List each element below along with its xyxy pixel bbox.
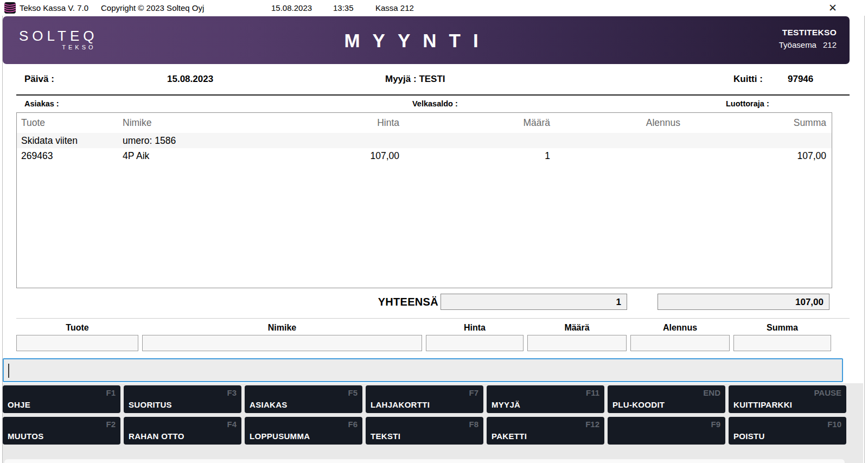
button-label: MUUTOS bbox=[8, 432, 44, 441]
button-key: F6 bbox=[348, 420, 358, 429]
store-name: TESTITEKSO bbox=[779, 28, 837, 37]
button-key: F5 bbox=[348, 388, 358, 397]
poistu-button[interactable]: POISTU F10 bbox=[729, 417, 846, 445]
receipt-number: 97946 bbox=[788, 74, 813, 85]
button-key: F11 bbox=[586, 388, 599, 397]
suoritus-button[interactable]: SUORITUS F3 bbox=[124, 385, 241, 413]
workstation-info: Työasema212 bbox=[779, 40, 837, 49]
cell-maara: 1 bbox=[405, 150, 556, 162]
close-icon[interactable]: ✕ bbox=[824, 1, 842, 15]
button-label: PAKETTI bbox=[492, 432, 527, 441]
empty-f9-button[interactable]: F9 bbox=[608, 417, 725, 445]
col-header-summa: Summa bbox=[686, 117, 832, 129]
button-key: PAUSE bbox=[814, 388, 841, 397]
entry-label-tuote: Tuote bbox=[16, 323, 138, 333]
customer-label: Asiakas : bbox=[24, 99, 59, 108]
teksti-button[interactable]: TEKSTI F8 bbox=[366, 417, 483, 445]
date-value: 15.08.2023 bbox=[167, 74, 213, 85]
lahjakortti-button[interactable]: LAHJAKORTTI F7 bbox=[366, 385, 483, 413]
entry-label-summa: Summa bbox=[733, 323, 831, 333]
seller-info: Myyjä : TESTI bbox=[385, 74, 445, 85]
summa-input[interactable] bbox=[733, 335, 831, 351]
title-bar: Tekso Kassa V. 7.0 Copyright © 2023 Solt… bbox=[0, 0, 868, 16]
workstation-value: 212 bbox=[823, 40, 837, 49]
store-info: TESTITEKSO Työasema212 bbox=[779, 28, 837, 49]
text-cursor bbox=[8, 364, 9, 378]
button-key: F10 bbox=[827, 420, 841, 429]
total-quantity-box: 1 bbox=[441, 294, 627, 310]
plu-koodit-button[interactable]: PLU-KOODIT END bbox=[608, 385, 725, 413]
page-title: MYYNTI bbox=[0, 30, 838, 52]
cell-summa: 107,00 bbox=[686, 150, 832, 162]
rahan-otto-button[interactable]: RAHAN OTTO F4 bbox=[124, 417, 241, 445]
titlebar-register: Kassa 212 bbox=[375, 3, 414, 12]
app-icon bbox=[4, 2, 16, 14]
total-sum-box: 107,00 bbox=[658, 294, 829, 310]
cell-nimike: umero: 1586 bbox=[118, 135, 302, 147]
tuote-input[interactable] bbox=[16, 335, 138, 351]
button-key: F3 bbox=[227, 388, 237, 397]
command-input[interactable] bbox=[3, 358, 843, 382]
entry-label-maara: Määrä bbox=[527, 323, 627, 333]
button-label: MYYJÄ bbox=[492, 400, 520, 409]
button-key: F12 bbox=[585, 420, 599, 429]
button-key: F8 bbox=[469, 420, 478, 429]
divider bbox=[16, 318, 850, 319]
table-header-row: Tuote Nimike Hinta Määrä Alennus Summa bbox=[17, 113, 832, 133]
table-row: 269463 4P Aik 107,00 1 107,00 bbox=[17, 148, 832, 163]
debt-balance-label: Velkasaldo : bbox=[412, 99, 458, 108]
bottom-partial-bar bbox=[4, 459, 845, 463]
titlebar-date: 15.08.2023 bbox=[271, 3, 312, 12]
divider bbox=[16, 94, 850, 96]
entry-label-nimike: Nimike bbox=[142, 323, 422, 333]
button-label: LAHJAKORTTI bbox=[371, 400, 430, 409]
asiakas-button[interactable]: ASIAKAS F5 bbox=[245, 385, 362, 413]
maara-input[interactable] bbox=[527, 335, 627, 351]
titlebar-time: 13:35 bbox=[333, 3, 354, 12]
button-key: F2 bbox=[106, 420, 116, 429]
receipt-label: Kuitti : bbox=[733, 74, 763, 85]
col-header-tuote: Tuote bbox=[17, 117, 118, 129]
items-table: Tuote Nimike Hinta Määrä Alennus Summa S… bbox=[16, 112, 832, 288]
cell-hinta: 107,00 bbox=[302, 150, 405, 162]
col-header-nimike: Nimike bbox=[118, 117, 302, 129]
app-header: SOLTEQ TEKSO MYYNTI TESTITEKSO Työasema2… bbox=[3, 16, 850, 64]
date-label: Päivä : bbox=[24, 74, 54, 85]
copyright-text: Copyright © 2023 Solteq Oyj bbox=[101, 3, 204, 12]
button-label: OHJE bbox=[8, 400, 30, 409]
cell-nimike: 4P Aik bbox=[118, 150, 302, 162]
button-key: F4 bbox=[227, 420, 237, 429]
entry-label-alennus: Alennus bbox=[630, 323, 730, 333]
button-label: POISTU bbox=[733, 432, 765, 441]
button-label: KUITTIPARKKI bbox=[733, 400, 792, 409]
button-label: RAHAN OTTO bbox=[129, 432, 184, 441]
myyja-button[interactable]: MYYJÄ F11 bbox=[487, 385, 604, 413]
button-label: PLU-KOODIT bbox=[612, 400, 665, 409]
loppusumma-button[interactable]: LOPPUSUMMA F6 bbox=[245, 417, 362, 445]
ohje-button[interactable]: OHJE F1 bbox=[3, 385, 120, 413]
table-row: Skidata viiten umero: 1586 bbox=[17, 133, 832, 148]
button-key: F7 bbox=[469, 388, 478, 397]
muutos-button[interactable]: MUUTOS F2 bbox=[3, 417, 120, 445]
button-label: SUORITUS bbox=[129, 400, 172, 409]
button-label: ASIAKAS bbox=[250, 400, 288, 409]
button-label: TEKSTI bbox=[371, 432, 400, 441]
paketti-button[interactable]: PAKETTI F12 bbox=[487, 417, 604, 445]
total-label: YHTEENSÄ bbox=[326, 296, 438, 308]
col-header-maara: Määrä bbox=[405, 117, 556, 129]
button-key: END bbox=[703, 388, 720, 397]
seller-value: TESTI bbox=[419, 74, 445, 84]
workstation-label: Työasema bbox=[779, 40, 816, 49]
col-header-hinta: Hinta bbox=[302, 117, 405, 129]
button-key: F9 bbox=[711, 420, 720, 429]
cell-tuote: 269463 bbox=[17, 150, 118, 162]
cell-tuote: Skidata viiten bbox=[17, 135, 118, 147]
hinta-input[interactable] bbox=[426, 335, 524, 351]
nimike-input[interactable] bbox=[142, 335, 422, 351]
alennus-input[interactable] bbox=[630, 335, 730, 351]
col-header-alennus: Alennus bbox=[556, 117, 686, 129]
credit-limit-label: Luottoraja : bbox=[726, 99, 769, 108]
button-key: F1 bbox=[106, 388, 116, 397]
button-label: LOPPUSUMMA bbox=[250, 432, 310, 441]
kuittiparkki-button[interactable]: KUITTIPARKKI PAUSE bbox=[729, 385, 846, 413]
